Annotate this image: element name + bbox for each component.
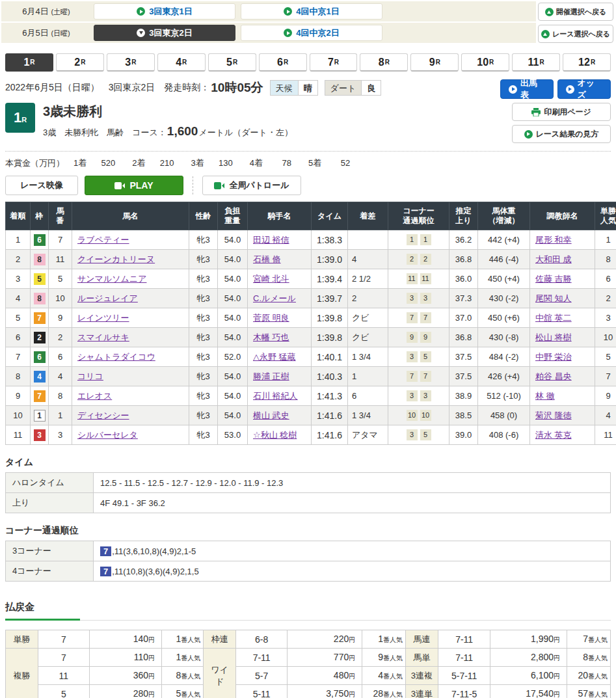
trainer-link[interactable]: 佐藤 吉勝: [535, 274, 572, 284]
horse-link[interactable]: エレオス: [77, 391, 112, 401]
results-header-row: 着順枠馬 番 馬名性齢負担 重量 騎手名タイム着差 コーナー 通過順位推定 上り…: [6, 202, 616, 230]
horse-link[interactable]: ディセンシー: [77, 410, 129, 420]
race-video-label[interactable]: レース映像: [5, 176, 78, 195]
horse-link[interactable]: サンマルソムニア: [77, 274, 146, 284]
frame-number: 5: [31, 269, 49, 289]
horse-link[interactable]: シルバーセレタ: [77, 430, 138, 440]
jockey-link[interactable]: 石川 裕紀人: [253, 391, 298, 401]
finish-time: 1:40.3: [312, 367, 348, 386]
horse-link[interactable]: ラブペティー: [77, 235, 129, 245]
last-3f: 37.5: [449, 347, 478, 367]
tab-race-4r[interactable]: 4R: [157, 53, 206, 72]
tab-race-9r[interactable]: 9R: [410, 53, 459, 72]
bet-combination: 7-11: [438, 630, 490, 649]
last-3f: 36.0: [449, 269, 478, 289]
jockey-link[interactable]: C.ルメール: [253, 293, 296, 303]
print-page-button[interactable]: 印刷用ページ: [512, 103, 611, 121]
trainer-link[interactable]: 菊沢 隆徳: [535, 410, 572, 420]
payout-popularity: 1番人気: [161, 630, 203, 649]
trainer-link[interactable]: 尾関 知人: [535, 293, 572, 303]
margin: 1 3/4: [348, 406, 388, 425]
meeting-button-chukyo-day2[interactable]: 4回中京2日: [241, 25, 382, 41]
tab-race-2r[interactable]: 2R: [56, 53, 104, 72]
last-3f: 39.0: [449, 425, 478, 445]
sex-age: 牝3: [189, 250, 218, 269]
jockey-link[interactable]: 横山 武史: [253, 410, 289, 420]
trainer-link[interactable]: 松山 将樹: [535, 332, 572, 342]
result-row-2: 2811クイーンカトリーヌ牝354.0石橋 脩1:39.042236.8446 …: [6, 250, 616, 269]
corner-positions: 1010: [388, 406, 449, 425]
results-guide-button[interactable]: レース結果の見方: [512, 125, 611, 143]
jockey-name: 横山 武史: [248, 406, 312, 425]
meeting-button-chukyo-day1[interactable]: 4回中京1日: [241, 3, 382, 20]
tab-race-1r[interactable]: 1R: [5, 53, 53, 72]
jockey-name: 石橋 脩: [248, 250, 312, 269]
jockey-link[interactable]: 菅原 明良: [253, 313, 289, 323]
prize-place: 4着: [250, 158, 263, 168]
horse-number: 8: [49, 386, 72, 406]
furlong-time-row: ハロンタイム 12.5 - 11.5 - 12.5 - 12.7 - 12.9 …: [6, 473, 611, 493]
corner-positions: 11: [388, 230, 449, 250]
frame-number: 8: [31, 250, 49, 269]
jockey-link[interactable]: ☆秋山 稔樹: [253, 430, 297, 440]
horse-link[interactable]: ルージュレイア: [77, 293, 138, 303]
horse-link[interactable]: コリコ: [77, 371, 103, 381]
finish-position: 2: [6, 250, 31, 269]
trainer-link[interactable]: 清水 英克: [535, 430, 572, 440]
play-button[interactable]: PLAY: [85, 176, 183, 195]
tab-race-5r[interactable]: 5R: [208, 53, 256, 72]
payout-popularity: 1番人気: [161, 649, 203, 667]
win-popularity: 5: [595, 347, 616, 367]
jockey-link[interactable]: 宮崎 北斗: [253, 274, 289, 284]
jockey-link[interactable]: △永野 猛蔵: [253, 352, 296, 362]
win-popularity: 8: [595, 250, 616, 269]
corner4-row: 4コーナー 7,11(10,8)(3,6)(4,9)2,1,5: [6, 561, 611, 582]
jockey-link[interactable]: 石橋 脩: [253, 254, 281, 264]
jockey-link[interactable]: 木幡 巧也: [253, 332, 289, 342]
last-furlongs-row: 上り 4F 49.1 - 3F 36.2: [6, 493, 611, 513]
horse-number: 4: [49, 367, 72, 386]
trainer-link[interactable]: 林 徹: [535, 391, 555, 401]
bet-combination: 6-8: [236, 630, 288, 649]
sex-age: 牝3: [189, 308, 218, 328]
jockey-link[interactable]: 勝浦 正樹: [253, 371, 289, 381]
horse-link[interactable]: シャムトラダイコウ: [77, 352, 155, 362]
trainer-link[interactable]: 中野 栄治: [535, 352, 572, 362]
margin: [348, 230, 388, 250]
finish-time: 1:41.3: [312, 386, 348, 406]
tab-race-12r[interactable]: 12R: [563, 53, 611, 72]
back-to-meeting-select-button[interactable]: 開催選択へ戻る: [538, 3, 613, 21]
weather-badge: 天候晴: [270, 80, 318, 96]
tab-race-6r[interactable]: 6R: [259, 53, 307, 72]
tab-race-10r[interactable]: 10R: [461, 53, 509, 72]
back-to-race-select-button[interactable]: レース選択へ戻る: [538, 25, 613, 43]
frame-number: 4: [31, 367, 49, 386]
finish-time: 1:41.6: [312, 406, 348, 425]
trainer-link[interactable]: 粕谷 昌央: [535, 371, 572, 381]
trainer-link[interactable]: 中舘 英二: [535, 313, 572, 323]
tab-race-7r[interactable]: 7R: [310, 53, 358, 72]
trainer-link[interactable]: 尾形 和幸: [535, 235, 572, 245]
entry-table-button[interactable]: 出馬表: [500, 79, 554, 99]
payout-amount: 770円: [288, 649, 362, 667]
trainer-link[interactable]: 大和田 成: [535, 254, 572, 264]
horse-link[interactable]: クイーンカトリーヌ: [77, 254, 155, 264]
finish-position: 8: [6, 367, 31, 386]
horse-link[interactable]: レインツリー: [77, 313, 129, 323]
finish-position: 11: [6, 425, 31, 445]
odds-button[interactable]: オッズ: [557, 79, 611, 99]
tab-race-8r[interactable]: 8R: [360, 53, 408, 72]
patrol-video-button[interactable]: 全周パトロール: [202, 176, 301, 195]
finish-time: 1:39.7: [312, 289, 348, 308]
meeting-button-tokyo-day2-active[interactable]: 3回東京2日: [94, 25, 235, 41]
tab-race-11r[interactable]: 11R: [512, 53, 560, 72]
corner-section-title: コーナー通過順位: [5, 525, 611, 537]
corner-positions: 77: [388, 308, 449, 328]
jockey-link[interactable]: 田辺 裕信: [253, 235, 289, 245]
payout-amount: 110円: [89, 649, 161, 667]
meeting-button-tokyo-day1[interactable]: 3回東京1日: [94, 3, 235, 20]
tab-race-3r[interactable]: 3R: [107, 53, 155, 72]
horse-link[interactable]: スマイルサキ: [77, 332, 129, 342]
payout-popularity: 1番人気: [362, 630, 406, 649]
horse-weight: 430 (-2): [478, 289, 530, 308]
